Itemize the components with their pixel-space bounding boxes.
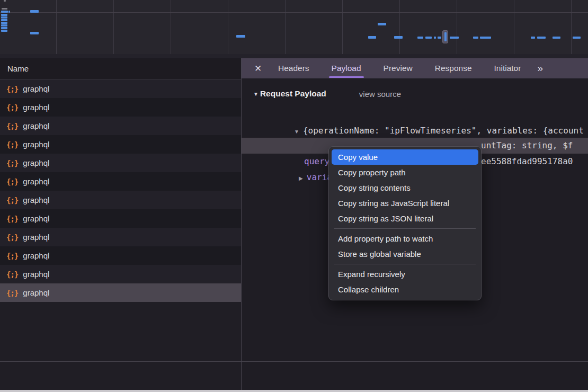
timeline-request-bar xyxy=(473,37,478,39)
request-row[interactable]: {;}graphql xyxy=(0,191,241,209)
timeline-request-bar xyxy=(368,36,376,39)
tab-payload[interactable]: Payload xyxy=(332,58,361,78)
json-braces-icon: {;} xyxy=(6,122,18,130)
timeline-request-bar xyxy=(236,35,245,38)
menu-item-copy-value[interactable]: Copy value xyxy=(332,149,478,165)
menu-item-store-as-global-variable[interactable]: Store as global variable xyxy=(332,246,478,262)
details-tabbar: ✕ HeadersPayloadPreviewResponseInitiator… xyxy=(242,58,588,78)
property-value-right-fragment: ee5588fdad995178a0 xyxy=(481,154,573,170)
request-name-label: graphql xyxy=(23,121,49,130)
menu-item-copy-string-as-javascript-literal[interactable]: Copy string as JavaScript literal xyxy=(332,195,478,211)
menu-item-copy-property-path[interactable]: Copy property path xyxy=(332,165,478,180)
timeline-request-bar xyxy=(1,11,8,13)
request-name-label: graphql xyxy=(23,288,49,297)
json-braces-icon: {;} xyxy=(6,233,18,242)
property-row-operationname[interactable]: operationName: "ipFlowTimeseries" xyxy=(242,123,588,139)
timeline-request-bar xyxy=(1,19,7,21)
request-name-label: graphql xyxy=(23,84,49,93)
timeline-request-bar xyxy=(394,36,403,39)
requests-list: {;}graphql{;}graphql{;}graphql{;}graphql… xyxy=(0,79,241,302)
tab-response[interactable]: Response xyxy=(435,58,472,78)
json-braces-icon: {;} xyxy=(6,252,18,260)
timeline-gridline xyxy=(113,0,114,54)
menu-item-copy-string-contents[interactable]: Copy string contents xyxy=(332,180,478,195)
window-bottom-edge xyxy=(0,390,588,392)
more-tabs-icon[interactable]: » xyxy=(537,63,542,74)
timeline-request-bar xyxy=(378,23,386,25)
timeline-request-bar xyxy=(1,30,7,32)
timeline-gridline xyxy=(399,0,400,54)
request-row[interactable]: {;}graphql xyxy=(0,98,241,117)
request-name-label: graphql xyxy=(23,233,49,242)
tab-initiator[interactable]: Initiator xyxy=(494,58,521,78)
json-braces-icon: {;} xyxy=(6,140,18,149)
request-name-label: graphql xyxy=(23,158,49,167)
request-row[interactable]: {;}graphql xyxy=(0,117,241,135)
column-header-name[interactable]: Name xyxy=(0,58,241,79)
timeline-request-bar xyxy=(1,24,7,26)
json-braces-icon: {;} xyxy=(6,196,18,204)
request-payload-section-header[interactable]: ▼ Request Payload view source xyxy=(253,87,401,100)
timeline-request-bar xyxy=(8,11,10,13)
menu-item-collapse-children[interactable]: Collapse children xyxy=(332,282,478,297)
request-payload-title: Request Payload xyxy=(260,89,326,99)
timeline-gridline-horizontal xyxy=(0,12,588,13)
json-braces-icon: {;} xyxy=(6,215,18,223)
devtools-network-panel: Name {;}graphql{;}graphql{;}graphql{;}gr… xyxy=(0,0,588,392)
network-overview-timeline[interactable] xyxy=(0,0,588,58)
timeline-gridline xyxy=(514,0,514,54)
menu-item-expand-recursively[interactable]: Expand recursively xyxy=(332,266,478,282)
menu-separator xyxy=(334,264,476,264)
request-row[interactable]: {;}graphql xyxy=(0,283,241,302)
timeline-gridline xyxy=(342,0,343,54)
timeline-request-bar xyxy=(4,0,6,2)
request-row[interactable]: {;}graphql xyxy=(0,209,241,228)
menu-item-add-property-path-to-watch[interactable]: Add property path to watch xyxy=(332,231,478,246)
close-icon[interactable]: ✕ xyxy=(249,63,267,74)
json-braces-icon: {;} xyxy=(6,177,18,186)
request-row[interactable]: {;}graphql xyxy=(0,79,241,98)
tab-headers[interactable]: Headers xyxy=(278,58,309,78)
timeline-request-bar xyxy=(531,37,535,39)
request-name-label: graphql xyxy=(23,177,49,186)
menu-item-copy-string-as-json-literal[interactable]: Copy string as JSON literal xyxy=(332,211,478,226)
timeline-selected-marker-bar xyxy=(444,32,447,41)
request-name-label: graphql xyxy=(23,195,49,204)
section-collapse-triangle-icon: ▼ xyxy=(253,91,259,97)
bottom-section-divider xyxy=(0,361,588,362)
request-row[interactable]: {;}graphql xyxy=(0,246,241,265)
property-value-right-fragment: untTag: string, $f xyxy=(481,138,573,154)
panel-splitter[interactable] xyxy=(241,58,242,390)
timeline-gridline xyxy=(171,0,171,54)
view-source-link[interactable]: view source xyxy=(359,90,401,99)
context-menu: Copy valueCopy property pathCopy string … xyxy=(328,146,482,300)
timeline-gridline xyxy=(285,0,286,54)
timeline-selected-marker xyxy=(442,30,448,43)
json-braces-icon: {;} xyxy=(6,85,18,93)
tab-preview[interactable]: Preview xyxy=(384,58,413,78)
request-name-label: graphql xyxy=(23,270,49,279)
collapsed-triangle-icon[interactable]: ▶ xyxy=(299,175,303,181)
timeline-gridline xyxy=(457,0,457,54)
timeline-request-bar xyxy=(425,37,432,39)
request-row[interactable]: {;}graphql xyxy=(0,172,241,191)
menu-separator xyxy=(334,228,476,229)
timeline-request-bar xyxy=(537,37,546,39)
request-name-label: graphql xyxy=(23,214,49,223)
request-row[interactable]: {;}graphql xyxy=(0,228,241,246)
json-braces-icon: {;} xyxy=(6,289,18,297)
json-braces-icon: {;} xyxy=(6,159,18,167)
request-row[interactable]: {;}graphql xyxy=(0,154,241,172)
details-tabs: HeadersPayloadPreviewResponseInitiator xyxy=(267,58,532,78)
timeline-request-bar xyxy=(450,37,459,39)
timeline-request-bar xyxy=(1,14,7,16)
requests-panel: Name {;}graphql{;}graphql{;}graphql{;}gr… xyxy=(0,58,241,392)
timeline-request-bar xyxy=(417,37,423,39)
timeline-gridline xyxy=(56,0,57,54)
timeline-request-bar xyxy=(1,22,7,24)
timeline-request-bar xyxy=(438,37,441,39)
request-name-label: graphql xyxy=(23,140,49,149)
payload-root-row[interactable]: ▼{operationName: "ipFlowTimeseries", var… xyxy=(242,107,588,123)
request-row[interactable]: {;}graphql xyxy=(0,265,241,283)
request-row[interactable]: {;}graphql xyxy=(0,135,241,154)
